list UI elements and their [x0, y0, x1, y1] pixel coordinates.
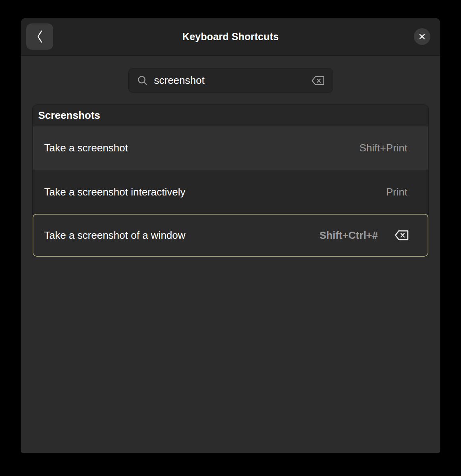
- backspace-icon: [311, 75, 325, 86]
- shortcut-reset-button[interactable]: [394, 230, 409, 241]
- empty-content-area: [21, 257, 440, 453]
- keyboard-shortcuts-window: Keyboard Shortcuts: [21, 18, 440, 453]
- search-entry[interactable]: [128, 68, 333, 93]
- search-clear-button[interactable]: [311, 75, 325, 86]
- headerbar: Keyboard Shortcuts: [21, 18, 440, 55]
- search-input[interactable]: [154, 74, 311, 87]
- back-button[interactable]: [26, 23, 53, 50]
- shortcut-accelerator: Print: [386, 186, 407, 198]
- shortcut-label: Take a screenshot interactively: [44, 186, 386, 198]
- shortcut-row-take-a-screenshot[interactable]: Take a screenshot Shift+Print: [33, 126, 428, 170]
- search-row: [21, 68, 440, 93]
- close-icon: [418, 33, 426, 41]
- shortcuts-list: Screenshots Take a screenshot Shift+Prin…: [32, 104, 429, 257]
- shortcut-row-take-a-screenshot-of-a-window[interactable]: Take a screenshot of a window Shift+Ctrl…: [33, 214, 428, 257]
- shortcut-accelerator: Shift+Print: [359, 142, 407, 154]
- window-title: Keyboard Shortcuts: [182, 31, 279, 43]
- close-button[interactable]: [414, 28, 430, 45]
- magnifier-icon: [137, 75, 148, 86]
- shortcut-label: Take a screenshot of a window: [44, 229, 320, 242]
- section-header: Screenshots: [33, 105, 428, 126]
- shortcut-accelerator: Shift+Ctrl+#: [320, 229, 378, 242]
- backspace-icon: [394, 230, 409, 241]
- chevron-left-icon: [35, 29, 44, 44]
- shortcut-row-take-a-screenshot-interactively[interactable]: Take a screenshot interactively Print: [33, 170, 428, 214]
- shortcut-label: Take a screenshot: [44, 142, 359, 154]
